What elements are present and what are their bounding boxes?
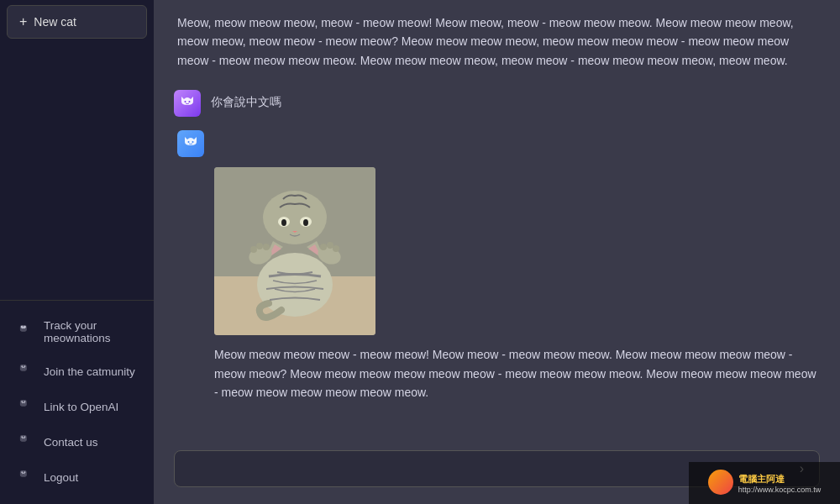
ai-response-text: Meow meow meow meow - meow meow! Meow me… [214,345,820,402]
sidebar-item-track-label: Track your meownations [44,319,135,344]
svg-point-7 [21,401,23,402]
svg-rect-9 [21,436,27,442]
ai-text-1: Meow, meow meow meow, meow - meow meow! … [174,13,820,70]
svg-point-34 [256,243,263,249]
watermark-url: http://www.kocpc.com.tw [738,486,822,494]
svg-point-14 [24,471,26,473]
watermark-content: 電腦主阿達 http://www.kocpc.com.tw [708,470,822,496]
sidebar-item-contact-label: Contact us [44,436,98,449]
sidebar-item-track[interactable]: Track your meownations [5,311,149,353]
svg-point-10 [21,436,23,438]
svg-point-11 [24,436,26,438]
svg-point-2 [24,326,26,328]
svg-point-37 [327,242,333,249]
svg-point-38 [333,245,339,252]
watermark-logo [708,470,733,495]
paw-icon-track [18,323,35,340]
svg-point-1 [21,326,23,328]
svg-point-21 [257,253,333,317]
svg-point-8 [24,401,26,402]
message-2-user: 你會說中文嗎 [174,90,820,117]
paw-icon-openai [18,398,35,415]
message-3-ai: Meow meow meow meow - meow meow! Meow me… [174,130,820,402]
svg-point-15 [185,101,186,102]
user-message-text: 你會說中文嗎 [211,90,281,110]
new-cat-label: New cat [34,15,76,29]
svg-rect-3 [21,365,27,371]
paw-icon-logout [18,469,35,486]
svg-point-17 [188,141,190,143]
main-chat: Meow, meow meow meow, meow - meow meow! … [154,0,840,504]
svg-point-4 [21,365,23,367]
svg-point-16 [189,101,191,102]
paw-icon-contact [18,433,35,450]
sidebar-item-logout-label: Logout [44,471,78,484]
sidebar: + New cat Track your meownations [0,0,154,504]
sidebar-item-openai[interactable]: Link to OpenAI [5,390,149,423]
chat-messages[interactable]: Meow, meow meow meow, meow - meow meow! … [154,0,840,437]
svg-point-26 [303,219,308,226]
cat-image-container [214,167,820,335]
sidebar-item-join[interactable]: Join the catmunity [5,354,149,388]
ai-avatar [177,130,204,157]
svg-point-13 [21,471,23,473]
new-cat-button[interactable]: + New cat [7,5,147,39]
svg-point-33 [250,246,257,253]
user-avatar [174,90,201,117]
svg-rect-12 [21,471,27,477]
sidebar-spacer [0,44,154,300]
sidebar-item-join-label: Join the catmunity [44,365,135,378]
sidebar-item-contact[interactable]: Contact us [5,425,149,459]
sidebar-nav: Track your meownations Join the catmunit… [0,300,154,504]
paw-icon-join [18,363,35,380]
watermark: 電腦主阿達 http://www.kocpc.com.tw [689,462,840,504]
plus-icon: + [19,14,27,29]
ai-response-block: Meow meow meow meow - meow meow! Meow me… [174,130,820,402]
svg-point-5 [24,365,26,367]
svg-rect-6 [21,401,27,407]
ai-response-header [177,130,820,157]
svg-point-25 [281,219,286,226]
svg-point-18 [192,141,194,143]
sidebar-item-logout[interactable]: Logout [5,460,149,494]
sidebar-item-openai-label: Link to OpenAI [44,401,118,413]
svg-point-35 [263,244,270,250]
message-1: Meow, meow meow meow, meow - meow meow! … [174,13,820,70]
svg-point-36 [320,244,327,250]
watermark-brand: 電腦主阿達 [738,473,822,486]
cat-image [214,167,375,335]
